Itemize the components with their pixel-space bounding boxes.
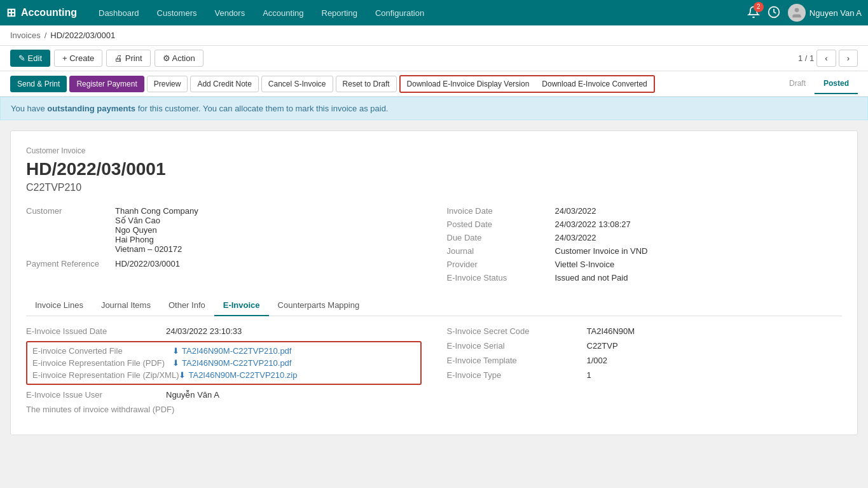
download-icon: ⬇ <box>172 346 179 356</box>
journal-value: Customer Invoice in VND <box>555 246 843 256</box>
rep-file-pdf-label: E-invoice Representation File (PDF) <box>32 358 172 368</box>
tab-journal-items[interactable]: Journal Items <box>92 295 160 316</box>
action-button[interactable]: ⚙ Action <box>155 50 203 67</box>
payment-ref-label: Payment Reference <box>26 259 115 268</box>
add-credit-note-button[interactable]: Add Credit Note <box>190 76 258 92</box>
create-button[interactable]: + Create <box>54 50 102 67</box>
einvoice-status-label: E-Invoice Status <box>447 273 549 282</box>
invoice-col-right: Invoice Date 24/03/2022 Posted Date 24/0… <box>447 206 843 282</box>
download-converted-button[interactable]: Download E-Invoice Converted <box>535 76 653 92</box>
avatar <box>788 4 806 22</box>
customer-addr2: Ngo Quyen <box>115 225 198 235</box>
send-print-button[interactable]: Send & Print <box>10 76 67 92</box>
tabs-bar: Invoice Lines Journal Items Other Info E… <box>26 295 842 316</box>
minutes-row: The minutes of invoice withdrawal (PDF) <box>26 405 422 414</box>
secret-code-value: TA2I46N90M <box>587 326 635 336</box>
tab-invoice-lines[interactable]: Invoice Lines <box>26 295 92 316</box>
customer-addr4: Vietnam – 020172 <box>115 244 198 254</box>
nav-vendors[interactable]: Vendors <box>205 0 254 25</box>
toolbar: ✎ Edit + Create 🖨 Print ⚙ Action 1 / 1 ‹… <box>0 46 868 71</box>
einvoice-section: E-Invoice Issued Date 24/03/2022 23:10:3… <box>26 326 842 419</box>
issue-user-value: Nguyễn Văn A <box>166 390 219 400</box>
pagination-next[interactable]: › <box>839 50 858 67</box>
main-content: Customer Invoice HD/2022/03/0001 C22TVP2… <box>0 120 868 452</box>
nav-reporting[interactable]: Reporting <box>313 0 366 25</box>
reset-to-draft-button[interactable]: Reset to Draft <box>336 76 397 92</box>
user-name: Nguyen Van A <box>809 8 862 18</box>
pagination-prev[interactable]: ‹ <box>816 50 836 67</box>
customer-addr3: Hai Phong <box>115 235 198 244</box>
print-button[interactable]: 🖨 Print <box>106 50 150 67</box>
download-display-button[interactable]: Download E-Invoice Display Version <box>401 76 536 92</box>
einvoice-serial-row: E-Invoice Serial C22TVP <box>447 341 843 351</box>
provider-label: Provider <box>447 260 549 269</box>
customer-name: Thanh Cong Company <box>115 206 198 216</box>
edit-button[interactable]: ✎ Edit <box>10 50 50 67</box>
secret-code-row: S-Invoice Secret Code TA2I46N90M <box>447 326 843 336</box>
payment-ref-field: Payment Reference HD/2022/03/0001 <box>26 259 422 268</box>
invoice-date-value: 24/03/2022 <box>555 206 843 216</box>
invoice-card: Customer Invoice HD/2022/03/0001 C22TVP2… <box>10 130 858 435</box>
einvoice-fields: E-Invoice Issued Date 24/03/2022 23:10:3… <box>26 326 842 419</box>
converted-file-row: E-invoice Converted File ⬇ TA2I46N90M-C2… <box>32 346 415 356</box>
grid-icon: ⊞ <box>6 6 16 20</box>
einvoice-col-right: S-Invoice Secret Code TA2I46N90M E-Invoi… <box>447 326 843 419</box>
download-icon-2: ⬇ <box>172 358 179 368</box>
einvoice-serial-value: C22TVP <box>587 341 618 351</box>
alert-bold: outstanding payments <box>47 104 135 113</box>
tab-other-info[interactable]: Other Info <box>160 295 214 316</box>
toolbar-right: 1 / 1 ‹ › <box>798 50 858 67</box>
einvoice-serial-label: E-Invoice Serial <box>447 341 587 351</box>
file-links-group: E-invoice Converted File ⬇ TA2I46N90M-C2… <box>26 341 422 385</box>
tab-counterparts[interactable]: Counterparts Mapping <box>269 295 369 316</box>
converted-file-link[interactable]: ⬇ TA2I46N90M-C22TVP210.pdf <box>172 346 291 356</box>
nav-accounting[interactable]: Accounting <box>254 0 312 25</box>
minutes-label: The minutes of invoice withdrawal (PDF) <box>26 405 174 414</box>
svg-point-1 <box>795 8 799 13</box>
einvoice-type-value: 1 <box>587 370 591 380</box>
customer-addr1: Số Văn Cao <box>115 216 198 225</box>
nav-dashboard[interactable]: Dashboard <box>90 0 148 25</box>
preview-button[interactable]: Preview <box>147 76 188 92</box>
issued-date-value: 24/03/2022 23:10:33 <box>166 326 242 336</box>
user-menu[interactable]: Nguyen Van A <box>788 4 862 22</box>
provider-value: Viettel S-Invoice <box>555 260 843 269</box>
status-draft: Draft <box>780 74 815 94</box>
customer-field: Customer Thanh Cong Company Số Văn Cao N… <box>26 206 422 254</box>
customer-value: Thanh Cong Company Số Văn Cao Ngo Quyen … <box>115 206 198 254</box>
rep-file-pdf-link[interactable]: ⬇ TA2I46N90M-C22TVP210.pdf <box>172 358 291 368</box>
invoice-fields: Customer Thanh Cong Company Số Văn Cao N… <box>26 206 842 282</box>
status-posted: Posted <box>815 74 858 94</box>
breadcrumb-separator: / <box>45 31 47 40</box>
notification-count: 2 <box>754 2 764 12</box>
breadcrumb-parent[interactable]: Invoices <box>10 31 41 40</box>
rep-file-zip-label: E-invoice Representation File (Zip/XML) <box>32 370 179 380</box>
clock-icon[interactable] <box>768 6 780 20</box>
nav-customers[interactable]: Customers <box>148 0 206 25</box>
breadcrumb: Invoices / HD/2022/03/0001 <box>0 25 868 46</box>
einvoice-template-row: E-Invoice Template 1/002 <box>447 356 843 365</box>
top-navigation: ⊞ Accounting Dashboard Customers Vendors… <box>0 0 868 25</box>
posted-date-label: Posted Date <box>447 220 549 229</box>
action-bar: Send & Print Register Payment Preview Ad… <box>0 71 868 97</box>
register-payment-button[interactable]: Register Payment <box>69 76 144 92</box>
alert-text-before: You have <box>11 104 47 113</box>
rep-file-pdf-value: TA2I46N90M-C22TVP210.pdf <box>182 358 291 368</box>
invoice-date-label: Invoice Date <box>447 206 549 216</box>
rep-file-zip-link[interactable]: ⬇ TA2I46N90M-C22TVP210.zip <box>179 370 297 380</box>
tab-einvoice[interactable]: E-Invoice <box>214 295 269 316</box>
issued-date-label: E-Invoice Issued Date <box>26 326 166 336</box>
issued-date-row: E-Invoice Issued Date 24/03/2022 23:10:3… <box>26 326 422 336</box>
journal-label: Journal <box>447 246 549 256</box>
rep-file-zip-row: E-invoice Representation File (Zip/XML) … <box>32 370 415 380</box>
download-icon-3: ⬇ <box>179 370 186 380</box>
app-logo[interactable]: ⊞ Accounting <box>6 6 77 20</box>
einvoice-type-row: E-Invoice Type 1 <box>447 370 843 380</box>
notification-bell[interactable]: 2 <box>747 6 760 20</box>
payment-ref-value: HD/2022/03/0001 <box>115 259 180 268</box>
cancel-sinvoice-button[interactable]: Cancel S-Invoice <box>261 76 333 92</box>
toolbar-left: ✎ Edit + Create 🖨 Print ⚙ Action <box>10 50 203 67</box>
nav-links: Dashboard Customers Vendors Accounting R… <box>90 0 747 25</box>
issue-user-row: E-Invoice Issue User Nguyễn Văn A <box>26 390 422 400</box>
nav-configuration[interactable]: Configuration <box>366 0 433 25</box>
